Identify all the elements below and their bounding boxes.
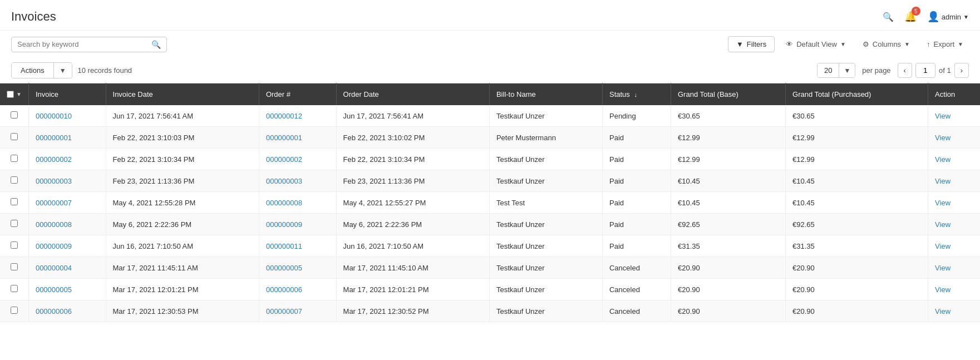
status-sort-icon: ↓ <box>634 91 637 98</box>
row-checkbox[interactable] <box>11 111 18 119</box>
row-checkbox[interactable] <box>11 263 18 270</box>
row-checkbox-cell[interactable] <box>0 127 28 149</box>
cell-invoice-date: May 4, 2021 12:55:28 PM <box>106 192 259 214</box>
view-link[interactable]: View <box>935 285 951 294</box>
cell-order-num: 000000011 <box>259 235 336 257</box>
cell-status: Paid <box>602 127 671 149</box>
view-link[interactable]: View <box>935 177 951 185</box>
cell-bill-to: Testkauf Unzer <box>489 105 602 127</box>
row-checkbox[interactable] <box>11 198 18 205</box>
notification-badge: 5 <box>912 7 920 16</box>
cell-action[interactable]: View <box>928 279 980 300</box>
row-checkbox-cell[interactable] <box>0 170 28 192</box>
cell-invoice-date: Mar 17, 2021 12:01:21 PM <box>106 279 259 300</box>
view-link[interactable]: View <box>935 220 951 229</box>
row-checkbox-cell[interactable] <box>0 214 28 235</box>
toolbar-left: 🔍 <box>11 37 167 52</box>
cell-bill-to: Testkauf Unzer <box>489 235 602 257</box>
cell-invoice-date: Feb 22, 2021 3:10:03 PM <box>106 127 259 149</box>
cell-action[interactable]: View <box>928 127 980 149</box>
cell-action[interactable]: View <box>928 170 980 192</box>
view-link[interactable]: View <box>935 112 951 120</box>
prev-page-button[interactable]: ‹ <box>898 63 912 78</box>
page-title: Invoices <box>11 9 56 24</box>
cell-order-date: Mar 17, 2021 11:45:10 AM <box>336 257 489 279</box>
export-button[interactable]: ↑ Export ▼ <box>921 37 969 52</box>
cell-status: Paid <box>602 149 671 170</box>
cell-bill-to: Testkauf Unzer <box>489 257 602 279</box>
header-dropdown-icon[interactable]: ▼ <box>16 91 22 97</box>
cell-grand-total-purchased: €20.90 <box>786 257 928 279</box>
table-row: 000000003 Feb 23, 2021 1:13:36 PM 000000… <box>0 170 980 192</box>
user-menu[interactable]: 👤 admin ▼ <box>927 11 969 23</box>
view-link[interactable]: View <box>935 264 951 272</box>
th-grand-total-base: Grand Total (Base) <box>671 83 786 106</box>
cell-order-date: Jun 17, 2021 7:56:41 AM <box>336 105 489 127</box>
notification-bell[interactable]: 🔔 5 <box>903 9 918 24</box>
cell-status: Pending <box>602 105 671 127</box>
filters-button[interactable]: ▼ Filters <box>728 36 775 52</box>
export-icon: ↑ <box>927 40 930 48</box>
columns-button[interactable]: ⚙ Columns ▼ <box>857 37 915 52</box>
cell-bill-to: Test Test <box>489 192 602 214</box>
current-page-input[interactable] <box>915 63 935 78</box>
view-link[interactable]: View <box>935 307 951 315</box>
search-input[interactable] <box>17 40 151 48</box>
select-all-checkbox[interactable] <box>7 91 14 98</box>
cell-action[interactable]: View <box>928 105 980 127</box>
header-right: 🔍 🔔 5 👤 admin ▼ <box>883 9 969 24</box>
th-status[interactable]: Status ↓ <box>602 83 671 106</box>
cell-action[interactable]: View <box>928 257 980 279</box>
default-view-button[interactable]: 👁 Default View ▼ <box>780 37 851 52</box>
view-link[interactable]: View <box>935 134 951 142</box>
search-box[interactable]: 🔍 <box>11 37 167 52</box>
cell-status: Paid <box>602 235 671 257</box>
cell-action[interactable]: View <box>928 192 980 214</box>
view-link[interactable]: View <box>935 199 951 207</box>
row-checkbox[interactable] <box>11 133 18 140</box>
row-checkbox-cell[interactable] <box>0 235 28 257</box>
next-page-button[interactable]: › <box>954 63 969 78</box>
th-grand-total-purchased: Grand Total (Purchased) <box>786 83 928 106</box>
row-checkbox-cell[interactable] <box>0 279 28 300</box>
table-row: 000000004 Mar 17, 2021 11:45:11 AM 00000… <box>0 257 980 279</box>
cell-action[interactable]: View <box>928 214 980 235</box>
actions-arrow-icon[interactable]: ▼ <box>54 63 72 78</box>
cell-grand-total-base: €10.45 <box>671 192 786 214</box>
row-checkbox[interactable] <box>11 176 18 184</box>
cell-action[interactable]: View <box>928 235 980 257</box>
header-checkbox-cell[interactable]: ▼ <box>0 83 28 106</box>
row-checkbox[interactable] <box>11 155 18 162</box>
row-checkbox-cell[interactable] <box>0 300 28 322</box>
per-page-selector[interactable]: 20 ▼ <box>817 63 855 78</box>
row-checkbox-cell[interactable] <box>0 192 28 214</box>
view-link[interactable]: View <box>935 155 951 164</box>
cell-order-date: Feb 22, 2021 3:10:02 PM <box>336 127 489 149</box>
cell-order-num: 000000007 <box>259 300 336 322</box>
view-link[interactable]: View <box>935 242 951 250</box>
toolbar-right: ▼ Filters 👁 Default View ▼ ⚙ Columns ▼ ↑… <box>728 36 969 52</box>
per-page-label: per page <box>862 66 890 75</box>
actions-label: Actions <box>12 63 54 78</box>
cell-order-num: 000000002 <box>259 149 336 170</box>
cell-invoice: 000000005 <box>28 279 106 300</box>
cell-order-num: 000000006 <box>259 279 336 300</box>
row-checkbox-cell[interactable] <box>0 257 28 279</box>
cell-action[interactable]: View <box>928 149 980 170</box>
user-dropdown-icon: ▼ <box>963 14 969 20</box>
of-pages-label: of 1 <box>939 66 951 75</box>
cell-invoice-date: Mar 17, 2021 11:45:11 AM <box>106 257 259 279</box>
cell-action[interactable]: View <box>928 300 980 322</box>
cell-invoice-date: May 6, 2021 2:22:36 PM <box>106 214 259 235</box>
row-checkbox-cell[interactable] <box>0 149 28 170</box>
header-search-icon[interactable]: 🔍 <box>883 12 894 22</box>
row-checkbox[interactable] <box>11 285 18 292</box>
row-checkbox-cell[interactable] <box>0 105 28 127</box>
actions-dropdown[interactable]: Actions ▼ <box>11 62 72 78</box>
row-checkbox[interactable] <box>11 241 18 249</box>
cell-order-date: Jun 16, 2021 7:10:50 AM <box>336 235 489 257</box>
row-checkbox[interactable] <box>11 307 18 314</box>
per-page-dropdown-icon[interactable]: ▼ <box>839 64 855 77</box>
cell-grand-total-purchased: €12.99 <box>786 127 928 149</box>
row-checkbox[interactable] <box>11 220 18 227</box>
